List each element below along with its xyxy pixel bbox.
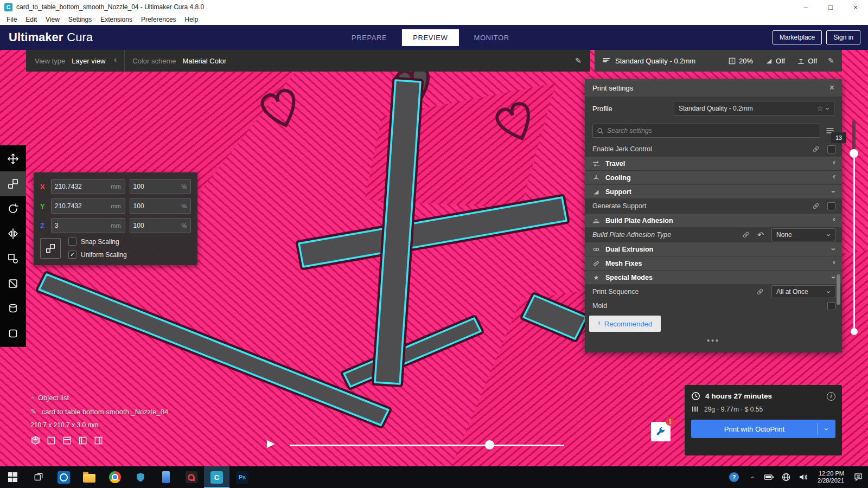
start-button[interactable] <box>0 466 25 488</box>
octoprint-monitor-button[interactable]: 1 <box>651 422 671 441</box>
view-top-icon[interactable] <box>62 435 72 446</box>
profile-dropdown[interactable]: Standard Quality - 0.2mm ☆ › <box>674 101 834 116</box>
print-setup-summary-bar[interactable]: Standard Quality - 0.2mm 20% Off Off <box>595 50 842 72</box>
uniform-scaling-option[interactable]: ✓ Uniform Scaling <box>68 251 127 259</box>
menu-preferences[interactable]: Preferences <box>137 16 181 23</box>
view-type-value[interactable]: Layer view <box>72 57 105 65</box>
taskbar-photoshop[interactable]: Ps <box>229 466 255 488</box>
adhesion-type-dropdown[interactable]: None › <box>771 228 835 241</box>
close-panel-icon[interactable]: × <box>829 83 834 93</box>
taskbar-chrome[interactable] <box>102 466 127 488</box>
per-model-settings-button[interactable] <box>0 246 26 271</box>
layer-slider-track-upper[interactable] <box>852 120 856 153</box>
scale-tool-button[interactable] <box>0 171 26 196</box>
edit-view-settings-icon[interactable]: ✎ <box>575 56 582 65</box>
tab-monitor[interactable]: MONITOR <box>463 29 520 46</box>
minimize-button[interactable]: – <box>793 0 818 14</box>
print-options-chevron[interactable]: › <box>818 425 835 433</box>
category-row-travel[interactable]: Travel › <box>585 157 842 170</box>
view-3d-icon[interactable] <box>30 435 41 446</box>
category-row-special-modes[interactable]: Special Modes › <box>585 271 842 284</box>
category-row-support[interactable]: Support › <box>585 185 842 198</box>
y-percent-input[interactable] <box>130 202 173 210</box>
snap-scaling-checkbox[interactable] <box>68 237 76 246</box>
taskbar-file-explorer[interactable] <box>76 466 102 488</box>
volume-tray-icon[interactable] <box>796 466 811 488</box>
category-row-dual-extrusion[interactable]: Dual Extrusion › <box>585 242 842 256</box>
mold-checkbox[interactable] <box>827 302 835 310</box>
move-tool-button[interactable] <box>0 146 26 171</box>
menu-view[interactable]: View <box>41 16 64 23</box>
rotate-tool-button[interactable] <box>0 196 26 221</box>
taskbar-red-app[interactable] <box>178 466 204 488</box>
y-size-input[interactable] <box>52 202 104 210</box>
taskbar-clock[interactable]: 12:20 PM 2/28/2021 <box>818 470 844 485</box>
timeline-handle[interactable] <box>485 440 494 450</box>
menu-file[interactable]: File <box>2 16 21 23</box>
x-size-input[interactable] <box>52 183 104 190</box>
view-front-icon[interactable] <box>46 435 56 446</box>
uniform-scaling-checkbox[interactable]: ✓ <box>68 251 76 259</box>
print-with-octoprint-button[interactable]: Print with OctoPrint › <box>691 420 835 438</box>
setting-row-generate-support[interactable]: Generate Support <box>585 199 842 213</box>
play-button[interactable]: ▶ <box>267 437 275 450</box>
panel-resize-handle[interactable]: ••• <box>585 336 842 345</box>
layer-slider-bottom-handle[interactable] <box>851 328 858 335</box>
setting-row-print-sequence[interactable]: Print Sequence All at Once › <box>585 285 842 299</box>
enable-jerk-control-checkbox[interactable] <box>827 145 835 153</box>
layer-slider-top-handle[interactable] <box>850 149 858 158</box>
marketplace-button[interactable]: Marketplace <box>773 30 822 44</box>
tray-expand-button[interactable]: › <box>744 466 759 488</box>
tab-prepare[interactable]: PREPARE <box>341 29 398 46</box>
scale-reset-button[interactable] <box>40 238 61 259</box>
generate-support-checkbox[interactable] <box>827 202 835 210</box>
z-size-input[interactable] <box>52 222 104 229</box>
close-button[interactable]: × <box>843 0 868 14</box>
favorite-star-icon[interactable]: ☆ <box>816 104 824 113</box>
setting-row-enable-jerk-control[interactable]: Enable Jerk Control <box>585 142 842 156</box>
setting-row-mold[interactable]: Mold <box>585 299 842 313</box>
taskbar-outlook[interactable] <box>51 466 76 488</box>
setting-row-build-plate-adhesion-type[interactable]: Build Plate Adhesion Type ↶ None › <box>585 228 842 242</box>
recommended-mode-button[interactable]: › Recommended <box>589 316 661 332</box>
info-icon[interactable]: i <box>827 392 835 401</box>
action-center-button[interactable] <box>851 466 866 488</box>
taskbar-cura-active[interactable]: C <box>204 466 229 488</box>
maximize-button[interactable]: □ <box>818 0 843 14</box>
taskbar-security-app[interactable] <box>127 466 153 488</box>
tab-preview[interactable]: PREVIEW <box>402 29 458 46</box>
support-blocker-button[interactable] <box>0 271 26 296</box>
category-row-build-plate-adhesion[interactable]: Build Plate Adhesion › <box>585 214 842 227</box>
custom-supports-tool-button[interactable] <box>0 296 26 321</box>
print-sequence-dropdown[interactable]: All at Once › <box>771 285 835 298</box>
search-box[interactable] <box>592 124 820 138</box>
signin-button[interactable]: Sign in <box>826 30 860 44</box>
menu-edit[interactable]: Edit <box>21 16 41 23</box>
mirror-tool-button[interactable] <box>0 221 26 246</box>
menu-help[interactable]: Help <box>181 16 203 23</box>
view-left-icon[interactable] <box>78 435 88 446</box>
x-percent-input[interactable] <box>130 183 173 190</box>
help-tray-button[interactable]: ? <box>726 466 742 488</box>
snap-scaling-option[interactable]: Snap Scaling <box>68 237 127 246</box>
mesh-block-tool-button[interactable] <box>0 321 26 346</box>
menu-settings[interactable]: Settings <box>64 16 96 23</box>
category-row-cooling[interactable]: Cooling › <box>585 171 842 184</box>
category-row-mesh-fixes[interactable]: Mesh Fixes › <box>585 256 842 270</box>
z-percent-input[interactable] <box>130 222 173 229</box>
battery-tray-icon[interactable] <box>761 466 776 488</box>
network-tray-icon[interactable] <box>778 466 794 488</box>
rename-object-icon[interactable]: ✎ <box>30 407 37 416</box>
search-input[interactable] <box>607 127 816 134</box>
edit-print-settings-icon[interactable]: ✎ <box>828 56 834 65</box>
task-view-button[interactable] <box>25 466 51 488</box>
color-scheme-value[interactable]: Material Color <box>182 57 226 65</box>
object-list-item[interactable]: ✎ card to table bottom smooth _Nozzle_04 <box>30 407 168 416</box>
layer-slider-track[interactable] <box>853 153 855 332</box>
revert-value-icon[interactable]: ↶ <box>757 230 764 239</box>
settings-scrollbar[interactable] <box>837 274 840 305</box>
object-list-toggle[interactable]: › Object list <box>30 394 168 402</box>
simulation-timeline[interactable] <box>290 445 564 446</box>
taskbar-blue-app[interactable] <box>153 466 178 488</box>
view-type-collapse-icon[interactable]: › <box>114 57 117 65</box>
